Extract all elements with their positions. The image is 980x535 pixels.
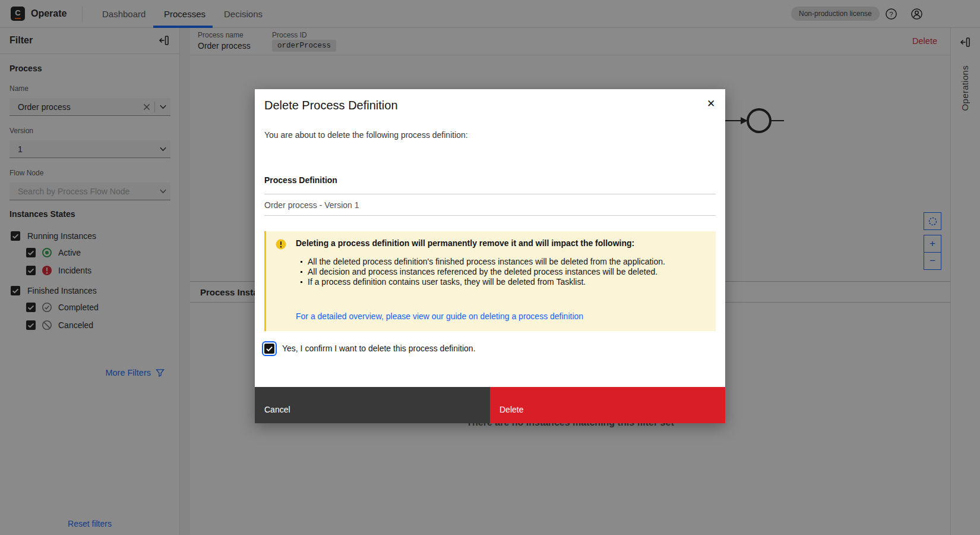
warning-notification: Deleting a process definition will perma… [264, 231, 716, 331]
warning-bullet: All decision and process instances refer… [296, 267, 665, 277]
close-icon[interactable]: ✕ [703, 95, 719, 112]
modal-footer: Cancel Delete [255, 387, 725, 423]
modal-body: You are about to delete the following pr… [255, 130, 725, 354]
warning-bullet: All the deleted process definition's fin… [296, 257, 665, 267]
warning-content: Deleting a process definition will perma… [296, 238, 665, 322]
confirm-delete-button[interactable]: Delete [490, 387, 725, 423]
cancel-button[interactable]: Cancel [255, 387, 490, 423]
modal-intro-text: You are about to delete the following pr… [264, 130, 716, 140]
delete-process-definition-modal: Delete Process Definition ✕ You are abou… [255, 89, 725, 423]
warning-bullet-list: All the deleted process definition's fin… [296, 257, 665, 288]
warning-bullet: If a process definition contains user ta… [296, 277, 665, 287]
process-definition-section-title: Process Definition [264, 175, 716, 185]
confirm-checkbox-label: Yes, I confirm I want to delete this pro… [282, 344, 476, 353]
warning-icon [276, 239, 286, 250]
modal-title: Delete Process Definition [264, 97, 716, 113]
confirm-checkbox-row[interactable]: Yes, I confirm I want to delete this pro… [264, 344, 716, 354]
confirm-checkbox-checked[interactable] [264, 344, 274, 354]
warning-heading: Deleting a process definition will perma… [296, 238, 665, 248]
deletion-guide-link[interactable]: For a detailed overview, please view our… [296, 311, 583, 321]
process-definition-value: Order process - Version 1 [264, 194, 716, 215]
divider [264, 215, 716, 216]
modal-header: Delete Process Definition ✕ [255, 89, 725, 113]
